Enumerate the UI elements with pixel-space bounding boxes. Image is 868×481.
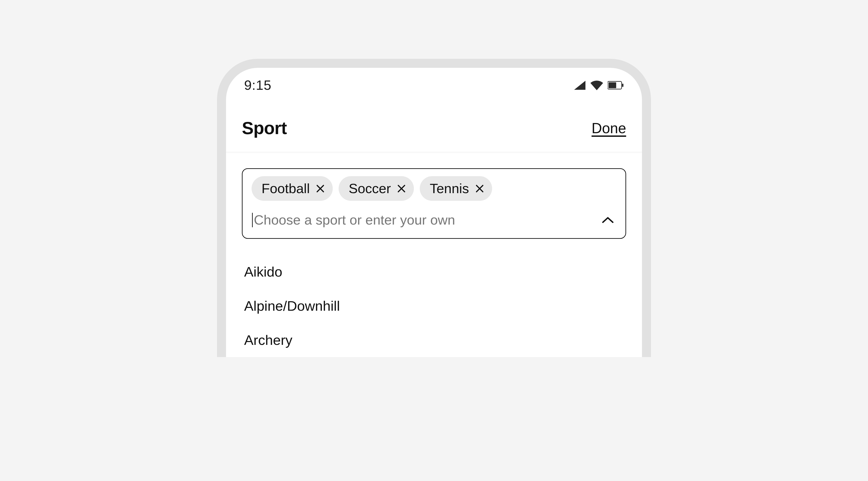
- close-icon[interactable]: [475, 184, 484, 193]
- wifi-icon: [590, 80, 603, 90]
- chip-soccer[interactable]: Soccer: [339, 176, 414, 201]
- text-caret: [252, 213, 253, 227]
- chip-tennis[interactable]: Tennis: [420, 176, 492, 201]
- close-icon[interactable]: [316, 184, 324, 193]
- sport-combobox[interactable]: Football Soccer Tennis: [242, 168, 626, 239]
- chip-label: Soccer: [348, 181, 391, 196]
- svg-rect-2: [622, 84, 623, 87]
- status-bar: 9:15: [226, 68, 642, 97]
- done-button[interactable]: Done: [592, 120, 626, 137]
- option-item[interactable]: Alpine/Downhill: [244, 289, 624, 323]
- status-time: 9:15: [244, 77, 272, 93]
- chip-label: Tennis: [430, 181, 469, 196]
- chip-football[interactable]: Football: [252, 176, 333, 201]
- close-icon[interactable]: [397, 184, 406, 193]
- page-header: Sport Done: [226, 97, 642, 152]
- svg-rect-1: [609, 82, 616, 88]
- status-icons: [574, 80, 624, 90]
- phone-frame: 9:15: [217, 59, 651, 357]
- chevron-up-icon[interactable]: [601, 216, 616, 224]
- page-title: Sport: [242, 118, 287, 139]
- battery-icon: [608, 81, 624, 90]
- option-item[interactable]: Aikido: [244, 254, 624, 289]
- cellular-icon: [574, 80, 586, 90]
- selected-chips: Football Soccer Tennis: [252, 176, 616, 201]
- option-item[interactable]: Archery: [244, 323, 624, 357]
- chip-label: Football: [261, 181, 310, 196]
- sport-input[interactable]: [252, 211, 595, 229]
- options-list: Aikido Alpine/Downhill Archery: [242, 239, 626, 357]
